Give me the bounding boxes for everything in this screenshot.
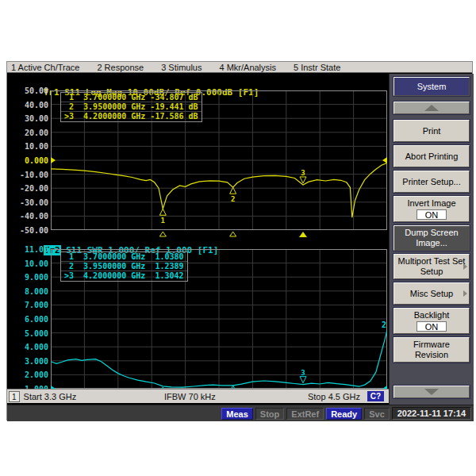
stop-frequency[interactable]: Stop 4.5 GHz	[308, 392, 360, 401]
marker-table-row: 1 3.7000000 GHz -34.807 dB	[61, 93, 202, 102]
softkey-label: Misc Setup	[410, 289, 453, 299]
marker-3-symbol[interactable]	[300, 377, 306, 383]
softkey-label: Multiport Test Set Setup	[397, 256, 466, 277]
y-axis-tick-label: 4.000	[7, 343, 48, 351]
analyzer-screen: Tr1 S11 Log Mag 10.00dB/ Ref 0.000dB [F1…	[7, 74, 389, 405]
status-stop: Stop	[255, 408, 284, 420]
marker-table-row: 1 3.7000000 GHz 1.0380	[61, 252, 187, 262]
y-axis-tick-label: 3.000	[7, 357, 48, 366]
softkey-panel: System PrintAbort PrintingPrinter Setup.…	[389, 74, 474, 405]
softkey-label: Firmware Revision	[397, 340, 466, 360]
marker-3-stimulus-indicator[interactable]	[299, 232, 307, 237]
down-arrow-icon	[424, 389, 439, 395]
y-axis-tick-label: 30.00	[7, 114, 48, 123]
y-axis-tick-label: 7.000	[7, 301, 48, 309]
y-axis-tick-label: 9.000	[7, 273, 48, 282]
instrument-window: 1 Active Ch/Trace2 Response3 Stimulus4 M…	[6, 61, 473, 420]
menu-item-3[interactable]: 3 Stimulus	[161, 63, 202, 72]
softkey-backlight[interactable]: BacklightON	[393, 308, 470, 334]
softkey-menu-title-label: System	[417, 82, 447, 92]
menu-item-5[interactable]: 5 Instr State	[294, 63, 340, 72]
status-bar: MeasStopExtRefReadySvc 2022-11-11 17:14	[7, 405, 474, 421]
submenu-arrow-icon	[463, 290, 467, 297]
ifbw-value[interactable]: IFBW 70 kHz	[164, 392, 216, 401]
y-axis-tick-label: 10.00	[7, 259, 48, 268]
correction-badge: C?	[367, 391, 384, 401]
clock: 2022-11-11 17:14	[392, 407, 471, 420]
softkey-invert-image[interactable]: Invert ImageON	[393, 196, 470, 222]
softkey-label: Backlight	[414, 310, 450, 321]
start-frequency[interactable]: Start 3.3 GHz	[24, 392, 77, 401]
y-axis-tick-label: -20.00	[7, 184, 48, 193]
trace2-plot: 1 3.7000000 GHz 1.0380 2 3.9500000 GHz 1…	[51, 249, 387, 397]
trace-end-label: 2	[382, 321, 386, 329]
y-axis-tick-label: -50.00	[7, 226, 48, 235]
softkey-scroll-up-button[interactable]	[393, 102, 470, 114]
softkey-menu-title: System	[393, 77, 470, 96]
status-extref: ExtRef	[286, 408, 324, 420]
y-axis-tick-label: 11.00	[7, 245, 48, 254]
menu-item-4[interactable]: 4 Mkr/Analysis	[219, 63, 276, 72]
y-axis-tick-label: 5.000	[7, 329, 48, 338]
marker-table-row: 2 3.9500000 GHz -19.441 dB	[61, 102, 202, 112]
ref-level-arrow-right	[382, 157, 387, 163]
softkey-label: Invert Image	[407, 198, 455, 209]
marker-1-label: 1	[161, 217, 165, 225]
menu-item-2[interactable]: 2 Response	[97, 63, 144, 72]
softkey-value: ON	[416, 321, 447, 332]
y-axis-tick-label: 40.00	[7, 101, 48, 109]
softkey-label: Dump Screen Image...	[397, 228, 466, 248]
softkey-multiport-test-set-setup[interactable]: Multiport Test Set Setup	[393, 254, 470, 279]
y-axis-tick-label: -40.00	[7, 212, 48, 221]
y-axis-tick-label: 50.00	[7, 86, 48, 95]
y-axis-tick-label: 2.000	[7, 370, 48, 379]
softkey-misc-setup[interactable]: Misc Setup	[393, 282, 470, 305]
softkey-abort-printing[interactable]: Abort Printing	[393, 145, 470, 167]
softkey-label: Abort Printing	[405, 152, 459, 162]
softkey-label: Printer Setup...	[402, 177, 460, 187]
y-axis-tick-label: 20.00	[7, 129, 48, 137]
marker-table-row: 2 3.9500000 GHz 1.2389	[61, 262, 187, 271]
menu-bar: 1 Active Ch/Trace2 Response3 Stimulus4 M…	[7, 62, 472, 73]
softkey-dump-screen-image[interactable]: Dump Screen Image...	[393, 225, 470, 251]
ref-level-arrow-left[interactable]	[51, 157, 56, 163]
trace2-marker-table: 1 3.7000000 GHz 1.0380 2 3.9500000 GHz 1…	[60, 251, 188, 282]
marker-table-row: >3 4.2000000 GHz -17.586 dB	[61, 112, 202, 121]
marker-3-label: 3	[301, 169, 305, 177]
marker-3-label: 3	[301, 369, 305, 377]
y-axis-tick-label: 0.000	[7, 156, 48, 165]
channel-number: 1	[9, 391, 20, 402]
up-arrow-icon	[424, 105, 439, 111]
y-axis-tick-label: -30.00	[7, 198, 48, 207]
y-axis-tick-label: 10.00	[7, 142, 48, 151]
status-meas: Meas	[221, 408, 253, 420]
y-axis-tick-label: 8.000	[7, 287, 48, 296]
y-axis-tick-label: 6.000	[7, 315, 48, 324]
trace1-marker-table: 1 3.7000000 GHz -34.807 dB 2 3.9500000 G…	[60, 92, 202, 122]
status-ready: Ready	[326, 408, 362, 420]
stimulus-bar: 1 Start 3.3 GHz IFBW 70 kHz Stop 4.5 GHz…	[7, 389, 389, 403]
marker-3-symbol[interactable]	[300, 177, 306, 183]
y-axis-tick-label: -10.00	[7, 171, 48, 179]
marker-table-row: >3 4.2000000 GHz 1.3042	[61, 271, 187, 281]
status-svc: Svc	[364, 408, 390, 420]
marker-2-label: 2	[231, 195, 235, 203]
softkey-printer-setup[interactable]: Printer Setup...	[393, 171, 470, 193]
softkey-value: ON	[416, 209, 447, 220]
submenu-arrow-icon	[463, 263, 467, 270]
softkey-scroll-down-button[interactable]	[393, 386, 470, 398]
menu-item-1[interactable]: 1 Active Ch/Trace	[11, 63, 79, 72]
softkey-print[interactable]: Print	[393, 120, 470, 142]
trace1-plot: 1 3.7000000 GHz -34.807 dB 2 3.9500000 G…	[51, 90, 387, 238]
softkey-label: Print	[423, 126, 441, 136]
marker-2-stimulus-indicator[interactable]	[230, 232, 236, 236]
softkey-firmware-revision[interactable]: Firmware Revision	[393, 337, 470, 363]
